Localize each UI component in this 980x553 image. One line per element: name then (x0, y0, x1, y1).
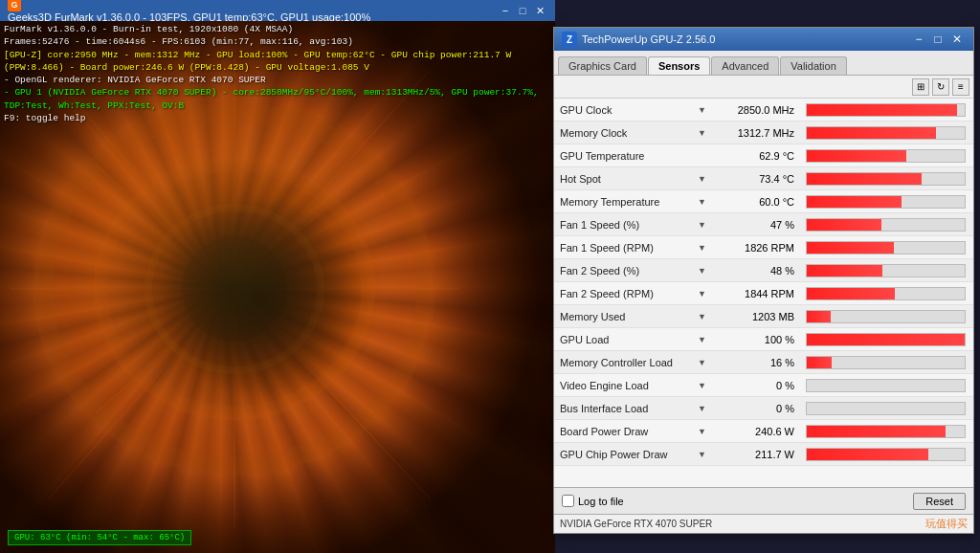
sensor-dropdown-icon[interactable]: ▼ (698, 174, 706, 184)
sensor-dropdown-icon[interactable]: ▼ (698, 220, 706, 230)
sensor-dropdown-icon[interactable]: ▼ (698, 381, 706, 390)
sensor-name: Memory Used ▼ (554, 311, 712, 322)
sensor-bar-container (806, 287, 966, 300)
sensor-dropdown-icon[interactable]: ▼ (698, 427, 706, 436)
sensor-dropdown-icon[interactable]: ▼ (698, 128, 706, 138)
gpu-name-status: NVIDIA GeForce RTX 4070 SUPER (560, 519, 712, 529)
sensor-dropdown-icon[interactable]: ▼ (698, 197, 706, 207)
sensor-name: Memory Temperature ▼ (554, 196, 712, 208)
sensor-bar (807, 104, 957, 116)
sensor-bar (807, 334, 965, 345)
svg-point-0 (182, 236, 287, 342)
furmark-close-button[interactable]: ✕ (532, 4, 547, 17)
sensor-value: 211.7 W (712, 449, 798, 460)
furmark-info-line-6: F9: toggle help (4, 112, 555, 124)
furmark-info-line-5: - GPU 1 (NVIDIA GeForce RTX 4070 SUPER) … (4, 86, 555, 112)
sensor-dropdown-icon[interactable]: ▼ (698, 289, 706, 299)
sensor-value: 0 % (712, 380, 798, 391)
svg-line-7 (234, 289, 431, 499)
sensor-dropdown-icon[interactable]: ▼ (698, 450, 706, 459)
sensors-table: GPU Clock ▼ 2850.0 MHz Memory Clock ▼ 13… (554, 99, 973, 487)
sensor-dropdown-icon[interactable]: ▼ (698, 312, 706, 321)
sensor-dropdown-icon[interactable]: ▼ (698, 266, 706, 276)
tab-sensors[interactable]: Sensors (648, 56, 710, 75)
svg-point-1 (148, 208, 321, 370)
sensor-row: Board Power Draw ▼ 240.6 W (554, 420, 973, 443)
sensor-value: 1203 MB (712, 311, 798, 322)
sensor-dropdown-icon[interactable]: ▼ (698, 105, 706, 115)
furmark-minimize-button[interactable]: − (498, 4, 513, 17)
sensor-bar-container (806, 356, 966, 369)
sensor-row: Fan 2 Speed (RPM) ▼ 1844 RPM (554, 282, 973, 305)
gpuz-window-controls: − □ ✕ (910, 32, 966, 47)
gpuz-window: Z TechPowerUp GPU-Z 2.56.0 − □ ✕ Graphic… (553, 27, 974, 534)
gpuz-app-icon: Z (562, 32, 577, 47)
sensor-dropdown-icon[interactable]: ▼ (698, 358, 706, 367)
tab-validation[interactable]: Validation (780, 56, 847, 75)
svg-line-13 (234, 165, 373, 289)
sensor-name: GPU Clock ▼ (554, 104, 712, 116)
furmark-icon: G (8, 0, 21, 11)
furmark-info-line-2: Frames:52476 - time:6044s6 - FPS:6103 (m… (4, 35, 555, 48)
gpuz-title: TechPowerUp GPU-Z 2.56.0 (582, 33, 715, 45)
sensor-name: Video Engine Load ▼ (554, 380, 712, 391)
svg-line-15 (234, 289, 373, 413)
sensor-row: GPU Clock ▼ 2850.0 MHz (554, 99, 973, 122)
sensor-bar (807, 265, 882, 276)
sensor-row: Fan 1 Speed (RPM) ▼ 1826 RPM (554, 236, 973, 259)
tab-advanced[interactable]: Advanced (711, 56, 779, 75)
sensor-bar-container (806, 241, 966, 254)
sensor-bar (807, 242, 894, 254)
sensor-bar (807, 449, 928, 460)
sensor-value: 47 % (712, 219, 798, 231)
furmark-info-line-1: FurMark v1.36.0.0 - Burn-in test, 1920x1… (4, 23, 555, 35)
sensor-bar (807, 288, 895, 299)
sensor-bar-container (806, 126, 966, 140)
refresh-button[interactable]: ↻ (932, 78, 949, 96)
gpuz-statusbar: NVIDIA GeForce RTX 4070 SUPER 玩值得买 (554, 514, 973, 533)
svg-line-14 (96, 289, 234, 413)
sensor-row: Memory Clock ▼ 1312.7 MHz (554, 122, 973, 144)
log-to-file-checkbox[interactable] (562, 495, 574, 507)
sensor-name: GPU Chip Power Draw ▼ (554, 449, 712, 460)
gpuz-maximize-button[interactable]: □ (929, 32, 947, 47)
sensor-value: 0 % (712, 403, 798, 414)
sensor-dropdown-icon[interactable]: ▼ (698, 243, 706, 253)
grid-view-button[interactable]: ⊞ (912, 78, 929, 96)
sensor-bar-container (806, 310, 966, 323)
furmark-maximize-button[interactable]: □ (515, 4, 530, 17)
sensor-bar-container (806, 333, 966, 346)
sensor-name: Memory Controller Load ▼ (554, 357, 712, 368)
reset-button[interactable]: Reset (913, 493, 966, 510)
furmark-window: G Geeks3D FurMark v1.36.0.0 - 103FPS, GP… (0, 0, 555, 553)
sensor-bar-container (806, 172, 966, 186)
sensor-name: Fan 2 Speed (%) ▼ (554, 265, 712, 276)
sensor-bar-container (806, 195, 966, 209)
sensor-bar (807, 357, 832, 368)
sensor-value: 62.9 °C (712, 150, 798, 162)
watermark-logo: 玩值得买 (925, 517, 968, 531)
furmark-content: FurMark v1.36.0.0 - Burn-in test, 1920x1… (0, 21, 555, 553)
sensor-value: 73.4 °C (712, 173, 798, 185)
temp-text: GPU: 63°C (min: 54°C - max: 65°C) (14, 533, 185, 542)
furmark-title-left: G Geeks3D FurMark v1.36.0.0 - 103FPS, GP… (8, 0, 370, 23)
sensor-name: Hot Spot ▼ (554, 173, 712, 185)
furmark-titlebar: G Geeks3D FurMark v1.36.0.0 - 103FPS, GP… (0, 0, 555, 21)
sensor-value: 240.6 W (712, 426, 798, 437)
menu-button[interactable]: ≡ (952, 78, 969, 96)
sensor-dropdown-icon[interactable]: ▼ (698, 404, 706, 413)
log-to-file-label: Log to file (578, 496, 624, 507)
sensor-row: Hot Spot ▼ 73.4 °C (554, 167, 973, 190)
sensor-row: GPU Temperature 62.9 °C (554, 144, 973, 167)
sensor-name: Board Power Draw ▼ (554, 426, 712, 437)
gpuz-close-button[interactable]: ✕ (948, 32, 966, 47)
sensor-name: Fan 1 Speed (RPM) ▼ (554, 242, 712, 254)
sensor-bar-container (806, 264, 966, 277)
sensor-bar-container (806, 149, 966, 163)
sensor-value: 1312.7 MHz (712, 127, 798, 139)
sensor-dropdown-icon[interactable]: ▼ (698, 335, 706, 344)
gpuz-minimize-button[interactable]: − (910, 32, 927, 47)
tab-graphics-card[interactable]: Graphics Card (558, 56, 647, 75)
sensor-bar (807, 150, 906, 162)
sensor-bar-container (806, 448, 966, 461)
